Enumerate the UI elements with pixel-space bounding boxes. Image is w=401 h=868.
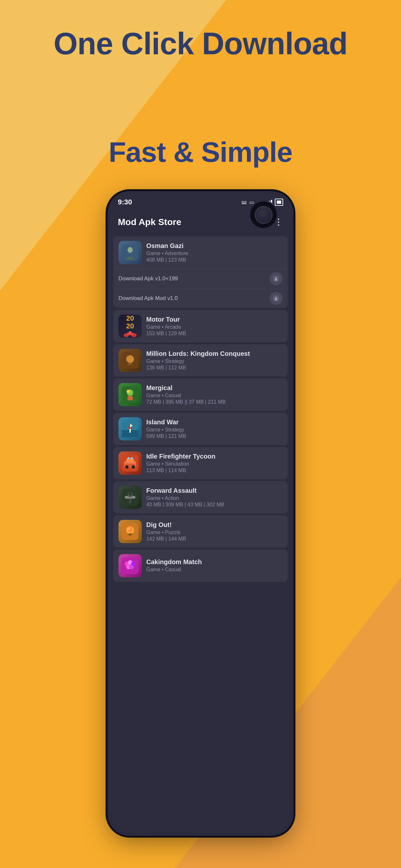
app-size: 113 MB | 114 MB xyxy=(146,468,282,473)
svg-rect-26 xyxy=(131,457,133,459)
app-icon xyxy=(119,241,142,264)
svg-point-41 xyxy=(129,565,134,569)
app-info: Forward Assault Game • Action 40 MB | 30… xyxy=(146,487,282,507)
app-name: Motor Tour xyxy=(146,316,282,323)
app-size: 599 MB | 121 MB xyxy=(146,433,282,439)
list-item: 2020 Motor Tour Game • Arcade 1 xyxy=(113,310,288,342)
camera-lens xyxy=(255,206,273,224)
svg-rect-24 xyxy=(126,459,134,462)
app-name: Osman Gazi xyxy=(146,242,282,250)
app-name: Million Lords: Kingdom Conquest xyxy=(146,350,282,358)
svg-rect-13 xyxy=(127,396,133,400)
svg-rect-31 xyxy=(129,499,131,503)
app-info: Motor Tour Game • Arcade 153 MB | 129 MB xyxy=(146,316,282,337)
download-row-2[interactable]: Download Apk Mod v1.0 xyxy=(113,288,288,308)
app-icon xyxy=(119,520,142,543)
list-item: Osman Gazi Game • Adventure 408 MB | 123… xyxy=(113,237,288,308)
phone-screen: 9:30 🖴 ▭ ▲ xyxy=(110,194,291,833)
app-info: Million Lords: Kingdom Conquest Game • S… xyxy=(146,350,282,371)
app-list: Osman Gazi Game • Adventure 408 MB | 123… xyxy=(110,234,291,833)
download-mod-button[interactable] xyxy=(270,292,282,305)
app-info: Dig Out! Game • Puzzle 142 MB | 144 MB xyxy=(146,521,282,542)
list-item: Forward Assault Game • Action 40 MB | 30… xyxy=(113,481,288,514)
list-item: Island War Game • Strategy 599 MB | 121 … xyxy=(113,413,288,445)
app-name: Forward Assault xyxy=(146,487,282,494)
battery-level-icon xyxy=(275,198,283,206)
app-icon xyxy=(119,554,142,578)
list-item: Dig Out! Game • Puzzle 142 MB | 144 MB xyxy=(113,516,288,548)
app-category: Game • Strategy xyxy=(146,359,282,364)
download-row-1[interactable]: Download Apk v1.0+199 xyxy=(113,269,288,288)
app-info: Mergical Game • Casual 72 MB | 395 MB ||… xyxy=(146,384,282,405)
app-name: Cakingdom Match xyxy=(146,558,282,566)
app-size: 153 MB | 129 MB xyxy=(146,331,282,337)
svg-point-22 xyxy=(125,465,128,469)
app-category: Game • Action xyxy=(146,495,282,501)
svg-point-9 xyxy=(126,355,134,363)
list-item: Mergical Game • Casual 72 MB | 395 MB ||… xyxy=(113,378,288,411)
app-info: Island War Game • Strategy 599 MB | 121 … xyxy=(146,418,282,439)
phone-mockup: 9:30 🖴 ▭ ▲ xyxy=(110,194,291,833)
sim-icon: 🖴 xyxy=(242,199,247,205)
app-category: Game • Casual xyxy=(146,393,282,399)
app-info: Cakingdom Match Game • Casual xyxy=(146,558,282,573)
svg-point-35 xyxy=(128,528,130,530)
app-size: 40 MB | 309 MB | 43 MB | 302 MB xyxy=(146,502,282,507)
svg-point-30 xyxy=(128,492,132,496)
app-info: Idle Firefighter Tycoon Game • Simulatio… xyxy=(146,453,282,473)
page-title: One Click Download xyxy=(0,26,401,61)
svg-rect-25 xyxy=(127,457,129,459)
app-icon xyxy=(119,383,142,406)
app-size: 72 MB | 395 MB || 37 MB | 211 MB xyxy=(146,399,282,405)
svg-point-12 xyxy=(127,390,130,393)
svg-point-1 xyxy=(127,247,133,253)
app-category: Game • Strategy xyxy=(146,427,282,433)
app-icon xyxy=(119,486,142,509)
app-size: 142 MB | 144 MB xyxy=(146,536,282,542)
svg-point-23 xyxy=(132,465,135,469)
app-category: Game • Adventure xyxy=(146,251,282,256)
svg-rect-17 xyxy=(129,429,131,433)
app-icon xyxy=(119,349,142,372)
app-category: Game • Simulation xyxy=(146,461,282,467)
app-category: Game • Arcade xyxy=(146,324,282,330)
app-name: Mergical xyxy=(146,384,282,392)
app-size: 408 MB | 123 MB xyxy=(146,257,282,263)
status-time: 9:30 xyxy=(118,198,132,206)
list-item: Cakingdom Match Game • Casual xyxy=(113,550,288,582)
page-subtitle: Fast & Simple xyxy=(0,135,401,168)
app-name: Idle Firefighter Tycoon xyxy=(146,453,282,460)
download-label: Download Apk Mod v1.0 xyxy=(119,295,270,302)
app-name: Dig Out! xyxy=(146,521,282,529)
app-icon xyxy=(119,452,142,475)
app-size: 136 MB | 112 MB xyxy=(146,365,282,371)
app-name: Island War xyxy=(146,418,282,426)
list-item: Idle Firefighter Tycoon Game • Simulatio… xyxy=(113,447,288,479)
app-category: Game • Puzzle xyxy=(146,530,282,535)
app-icon xyxy=(119,417,142,440)
svg-rect-7 xyxy=(129,331,131,333)
app-icon: 2020 xyxy=(119,314,142,338)
list-item: Million Lords: Kingdom Conquest Game • S… xyxy=(113,344,288,376)
app-category: Game • Casual xyxy=(146,567,282,572)
app-info: Osman Gazi Game • Adventure 408 MB | 123… xyxy=(146,242,282,263)
download-label: Download Apk v1.0+199 xyxy=(119,275,270,282)
camera-module xyxy=(249,200,278,229)
download-button[interactable] xyxy=(270,272,282,285)
